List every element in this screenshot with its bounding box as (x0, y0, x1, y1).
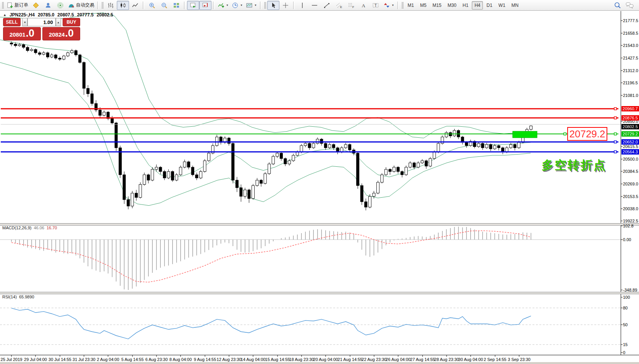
price-callout-box[interactable]: 20729.2 (567, 127, 607, 141)
timeframe-button-M30[interactable]: M30 (445, 1, 459, 10)
tile-windows-button[interactable] (170, 1, 182, 10)
candle (377, 181, 379, 194)
date-axis-tick: 5 Aug 14:55 (121, 357, 144, 362)
candle (95, 100, 97, 112)
line-chart-icon (132, 2, 139, 9)
zoom-in-button[interactable] (146, 1, 158, 10)
templates-button[interactable]: ▼ (244, 1, 258, 10)
turning-point-annotation[interactable]: 多空转折点 (542, 157, 607, 173)
bar-chart-button[interactable] (105, 1, 117, 10)
candle (513, 143, 516, 150)
community-icon (45, 2, 52, 9)
community-button[interactable] (42, 1, 54, 10)
svg-text:T: T (374, 3, 377, 7)
candle (244, 188, 246, 198)
new-order-button[interactable]: 新订单 (5, 1, 30, 10)
text-label-button[interactable]: T (370, 1, 382, 10)
line-endpoint-handle[interactable] (614, 151, 616, 153)
candle (171, 171, 174, 182)
buy-button[interactable]: BUY (63, 18, 80, 26)
rsi-panel-splitter[interactable] (0, 292, 639, 294)
arrows-button[interactable]: ▼ (382, 1, 396, 10)
timeframe-button-W1[interactable]: W1 (496, 1, 508, 10)
buy-price-display[interactable]: 20824 .0 (42, 27, 80, 40)
market-icon (32, 2, 39, 9)
svg-text:A: A (361, 3, 365, 8)
candle (131, 191, 134, 208)
timeframe-button-M15[interactable]: M15 (430, 1, 444, 10)
candle (252, 184, 255, 200)
equidistant-channel-button[interactable]: E (333, 1, 345, 10)
timeframe-button-H1[interactable]: H1 (460, 1, 471, 10)
search-button[interactable] (612, 1, 624, 10)
cursor-button[interactable] (267, 1, 279, 10)
candle (115, 122, 118, 151)
candle (304, 142, 307, 147)
ohlc-low: 20777.5 (77, 12, 94, 18)
candle (58, 56, 61, 61)
price-axis-tick: 20153.5 (623, 194, 639, 199)
candle (421, 159, 424, 164)
timeframe-button-D1[interactable]: D1 (484, 1, 495, 10)
volume-decrease-button[interactable]: ▼ (22, 18, 27, 26)
timeframe-button-H4[interactable]: H4 (472, 1, 483, 10)
symbol-marker-icon: ▲ (3, 13, 6, 17)
main-toolbar: 新订单 自动交易 (0, 0, 639, 11)
arrows-icon (383, 2, 390, 9)
symbol-period-label: JPN225-,H4 (10, 12, 35, 18)
indicator-axis-tick: 102.8 (623, 224, 634, 228)
fibonacci-button[interactable]: F (345, 1, 357, 10)
volume-input[interactable]: 1.00 (27, 18, 56, 26)
candle (397, 166, 399, 174)
pivot-highlight-rectangle[interactable] (513, 131, 537, 138)
candle (159, 166, 162, 174)
candle (232, 142, 234, 184)
autotrading-button[interactable]: 自动交易 (66, 1, 96, 10)
crosshair-button[interactable] (279, 1, 292, 10)
candlestick-chart-button[interactable] (117, 1, 129, 10)
price-axis-tick: 20384.5 (623, 169, 639, 174)
indicators-button[interactable]: ▼ (216, 1, 230, 10)
sell-button[interactable]: SELL (3, 18, 21, 26)
date-axis-tick: 9 Aug 14:55 (194, 357, 216, 362)
price-level-label-20652.0: 20652.0 (621, 139, 639, 145)
timeframe-button-MN[interactable]: MN (509, 1, 521, 10)
chat-button[interactable] (624, 1, 636, 10)
timeframe-button-M5[interactable]: M5 (417, 1, 429, 10)
chart-shift-button[interactable] (199, 1, 211, 10)
new-order-label: 新订单 (15, 2, 28, 8)
candle (401, 171, 403, 177)
chat-icon (625, 2, 634, 9)
toolbar-separator (293, 2, 295, 9)
timeframe-button-M1[interactable]: M1 (405, 1, 417, 10)
candle (79, 54, 81, 63)
new-order-icon (6, 2, 13, 9)
volume-increase-button[interactable]: ▲ (56, 18, 61, 26)
trendline-button[interactable] (321, 1, 333, 10)
candle (272, 155, 274, 165)
pivot-line-handle[interactable] (564, 133, 566, 135)
horizontal-line-button[interactable] (308, 1, 321, 10)
candle (195, 172, 198, 180)
line-endpoint-handle[interactable] (614, 117, 616, 119)
signals-button[interactable] (54, 1, 66, 10)
macd-panel-splitter[interactable] (0, 223, 639, 225)
sell-price-display[interactable]: 20801 .0 (3, 27, 41, 40)
zoom-out-button[interactable] (158, 1, 170, 10)
line-chart-button[interactable] (129, 1, 141, 10)
auto-scroll-button[interactable] (187, 1, 199, 10)
candle (71, 49, 73, 54)
candle (489, 143, 492, 151)
line-endpoint-handle[interactable] (614, 133, 616, 135)
line-endpoint-handle[interactable] (614, 141, 616, 143)
text-button[interactable]: A (357, 1, 370, 10)
date-axis-tick: 27 Aug 14:55 (410, 357, 435, 362)
market-button[interactable] (30, 1, 42, 10)
periods-button[interactable]: ▼ (230, 1, 244, 10)
vertical-line-button[interactable] (296, 1, 308, 10)
line-endpoint-handle[interactable] (614, 108, 616, 110)
templates-icon (246, 2, 253, 9)
date-axis-tick: 20 Aug 04:00 (313, 357, 338, 362)
indicator-axis-tick: 0 (623, 350, 625, 355)
candle (167, 169, 170, 179)
